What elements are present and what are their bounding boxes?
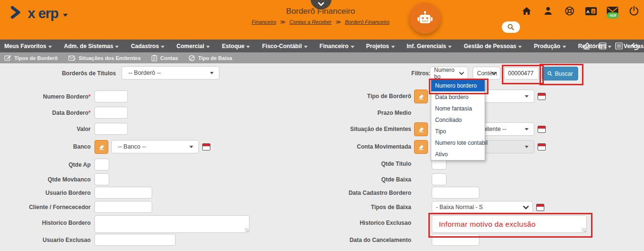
tipos-de-baixa-select[interactable]: - Baixa Normal - S [432, 201, 533, 213]
menu-inf-gerenciais[interactable]: Inf. Gerenciais [407, 43, 452, 50]
home-icon[interactable] [521, 5, 532, 17]
dropdown-item-numero-lote-contabil[interactable]: Numero lote contabil [431, 137, 485, 149]
filter-query-input[interactable] [504, 67, 539, 80]
menu-dropdown-arrow-icon [562, 46, 566, 48]
eraser-icon [98, 144, 105, 151]
filter-operator-select[interactable]: Contém [473, 67, 500, 80]
banco-select[interactable]: -- Banco -- [111, 140, 199, 153]
historico-bordero-label: Historico Bordero [0, 220, 91, 226]
cliente-fornecedor-input[interactable] [94, 201, 152, 213]
numero-bordero-input[interactable] [94, 90, 128, 102]
chevron-down-icon [459, 71, 464, 76]
valor-input[interactable] [94, 123, 128, 135]
menu-gestao-de-pessoas[interactable]: Gestão de Pessoas [464, 43, 522, 50]
quicklink-tipos-de-bordero[interactable]: Tipos de Borderô [4, 55, 58, 61]
quicklink-contas[interactable]: Contas [151, 55, 178, 61]
quicklink-tipo-de-baixa[interactable]: Tipo de Baixa [188, 55, 232, 61]
tipo-bordero-calendar-icon[interactable] [538, 93, 546, 100]
menu-items: Meus Favoritos Adm. de Sistemas Cadastro… [0, 43, 644, 50]
caret-down-icon [189, 146, 193, 148]
svg-text:Z: Z [592, 9, 594, 13]
usuario-bordero-label: Usuario Bordero [0, 190, 91, 196]
dropdown-item-ativo[interactable]: Ativo [431, 149, 485, 160]
usuario-bordero-input[interactable] [94, 187, 152, 199]
dropdown-item-nome-fantasia[interactable]: Nome fantasia [431, 103, 485, 114]
logout-power-icon[interactable] [628, 5, 640, 17]
menu-comercial[interactable]: Comercial [177, 43, 210, 50]
eraser-icon [418, 93, 425, 100]
circle-slash-icon [188, 55, 195, 61]
help-lifering-icon[interactable] [564, 5, 575, 17]
filter-field-select[interactable]: Numero bo [430, 67, 468, 80]
data-cadastro-bordero-input[interactable] [432, 187, 479, 199]
breadcrumb-contas-a-receber[interactable]: Contas a Receber [290, 19, 332, 25]
clear-cache-eraser-icon[interactable] [582, 42, 591, 50]
situacao-clear-button[interactable] [414, 122, 428, 136]
caret-down-icon [525, 95, 529, 98]
user-icon[interactable] [542, 5, 554, 17]
data-cancelamento-input[interactable] [432, 234, 479, 246]
data-do-cancelamento-label: Data do Cancelamento [305, 237, 411, 243]
breadcrumb: Financeiro ≫ Contas a Receber ≫ Borderô … [225, 19, 416, 25]
bordero-group-select[interactable]: -- Borderô -- [122, 66, 219, 80]
list-view-icon[interactable] [614, 42, 623, 50]
breadcrumb-bordero-financeiro[interactable]: Borderô Financeiro [345, 19, 390, 25]
logo-caret-icon [63, 14, 68, 17]
data-cadastro-bordero-label: Data Cadastro Bordero [305, 190, 411, 196]
tipo-bordero-clear-button[interactable] [414, 90, 428, 103]
menu-meus-favoritos[interactable]: Meus Favoritos [4, 43, 52, 50]
qtde-ap-input[interactable] [94, 159, 109, 171]
prazo-medio-label: Prazo Medio [305, 110, 411, 116]
menu-adm-de-sistemas[interactable]: Adm. de Sistemas [64, 43, 119, 50]
qtde-movbanco-label: Qtde Movbanco [0, 176, 91, 183]
qtde-baixa-input[interactable] [432, 173, 447, 185]
exclusao-hint-text: Informar motivo da exclusão [439, 220, 536, 229]
eraser-icon [418, 126, 425, 133]
app-logo[interactable]: x erp [10, 5, 68, 22]
form-content: Borderôs de Títulos -- Borderô -- Filtro… [0, 63, 644, 251]
cliente-fornecedor-label: Cliente / Fornececedor [0, 204, 91, 211]
grid-view-icon[interactable] [598, 42, 607, 50]
dropdown-item-data-bordero[interactable]: Data bordero [431, 91, 485, 103]
required-asterisk: * [88, 93, 91, 100]
historico-exclusao-textarea[interactable]: Informar motivo da exclusão [432, 215, 587, 233]
menu-dropdown-arrow-icon [246, 46, 250, 48]
breadcrumb-financeiro[interactable]: Financeiro [252, 19, 276, 25]
dropdown-item-tipo[interactable]: Tipo [431, 126, 485, 137]
data-bordero-input[interactable] [94, 107, 128, 119]
menu-estoque[interactable]: Estoque [222, 43, 250, 50]
dropdown-item-numero-bordero[interactable]: Numero bordero [431, 80, 485, 91]
undo-back-icon[interactable] [631, 42, 639, 50]
svg-text:A: A [586, 9, 590, 14]
menu-dropdown-arrow-icon [48, 46, 52, 48]
chevron-down-icon [491, 71, 497, 76]
menu-projetos[interactable]: Projetos [366, 43, 395, 50]
resize-grip[interactable] [582, 228, 586, 232]
menu-cadastros[interactable]: Cadastros [131, 43, 165, 50]
conta-calendar-icon[interactable] [538, 143, 546, 151]
qtde-movbanco-input[interactable] [94, 173, 109, 185]
menu-dropdown-arrow-icon [304, 46, 308, 48]
translate-icon[interactable]: A Z [585, 5, 597, 17]
menu-producao[interactable]: Produção [534, 43, 566, 50]
dropdown-item-conciliado[interactable]: Conciliado [431, 114, 485, 126]
menu-dropdown-arrow-icon [518, 46, 522, 48]
buscar-button[interactable]: Buscar [542, 67, 578, 80]
banco-clear-button[interactable] [94, 140, 108, 154]
situacao-calendar-icon[interactable] [538, 126, 546, 133]
global-search-button[interactable] [502, 21, 520, 33]
menu-financeiro[interactable]: Financeiro [320, 43, 354, 50]
banco-calendar-icon[interactable] [202, 143, 210, 151]
conta-clear-button[interactable] [414, 140, 428, 154]
search-icon [507, 23, 515, 31]
quicklink-situacoes-dos-emitentes[interactable]: Situações dos Emitentes [68, 55, 141, 61]
menu-fisco-contabil[interactable]: Fisco-Contábil [262, 43, 307, 50]
breadcrumb-separator: ≫ [335, 19, 341, 25]
usuario-exclusao-input[interactable] [94, 234, 176, 246]
logo-icon [10, 5, 23, 22]
chatbot-button[interactable] [409, 2, 441, 34]
data-bordero-label: Data Bordero* [0, 110, 91, 116]
historico-bordero-textarea[interactable] [94, 215, 249, 233]
resize-grip[interactable] [245, 228, 249, 232]
tipos-baixa-calendar-icon[interactable] [536, 204, 544, 211]
